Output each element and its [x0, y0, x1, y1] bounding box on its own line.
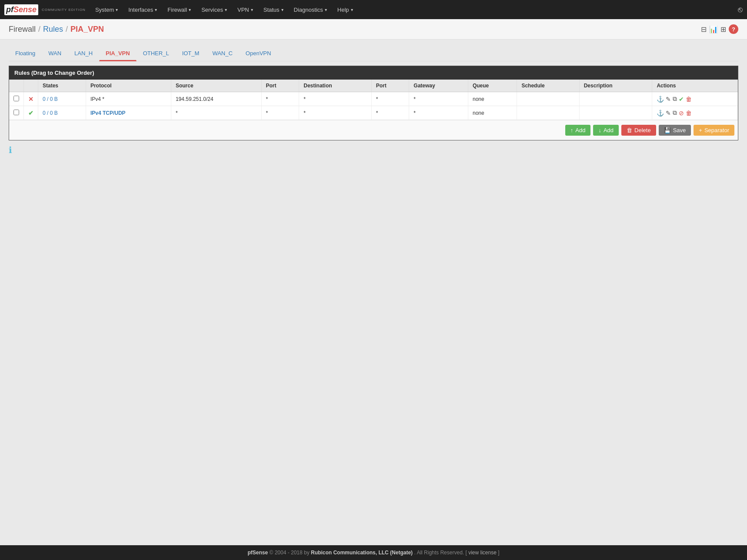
col-gateway: Gateway: [409, 80, 468, 92]
row1-toggle-icon[interactable]: ✔: [679, 96, 684, 103]
table-icon[interactable]: ⊞: [720, 25, 726, 33]
nav-vpn[interactable]: VPN ▾: [232, 0, 258, 19]
tab-other-l[interactable]: OTHER_L: [137, 46, 176, 61]
tab-wan-c[interactable]: WAN_C: [206, 46, 239, 61]
rules-table: States Protocol Source Port Destination …: [9, 80, 738, 120]
breadcrumb-sep1: /: [38, 25, 40, 34]
row1-delete-icon[interactable]: 🗑: [686, 96, 692, 103]
breadcrumb-firewall: Firewall: [9, 25, 36, 34]
nav-status[interactable]: Status ▾: [258, 0, 289, 19]
tab-pia-vpn[interactable]: PIA_VPN: [99, 46, 137, 61]
rules-table-title: Rules (Drag to Change Order): [9, 66, 738, 80]
status-caret: ▾: [281, 7, 283, 12]
col-checkbox: [9, 80, 24, 92]
add-up-button[interactable]: ↑ Add: [565, 125, 591, 136]
row1-anchor-icon[interactable]: ⚓: [657, 96, 664, 103]
row2-protocol: IPv4 TCP/UDP: [86, 106, 171, 120]
nav-right: ⎋: [738, 5, 743, 14]
tab-openvpn[interactable]: OpenVPN: [239, 46, 278, 61]
row2-checkbox-cell: [9, 106, 24, 120]
breadcrumb-current: PIA_VPN: [70, 25, 104, 34]
tab-wan[interactable]: WAN: [42, 46, 68, 61]
separator-button[interactable]: + Separator: [694, 125, 734, 136]
breadcrumb-sep2: /: [66, 25, 68, 34]
page-header: Firewall / Rules / PIA_VPN ⊟ 📊 ⊞ ?: [0, 19, 747, 40]
footer-license-link[interactable]: view license: [468, 550, 497, 556]
row2-source: *: [171, 106, 261, 120]
navbar: pfSense COMMUNITY EDITION System ▾ Inter…: [0, 0, 747, 19]
row2-schedule: [517, 106, 579, 120]
tab-floating[interactable]: Floating: [9, 46, 42, 61]
diagnostics-caret: ▾: [325, 7, 327, 12]
help-icon[interactable]: ?: [729, 24, 738, 34]
row1-schedule: [517, 92, 579, 106]
breadcrumb-rules[interactable]: Rules: [43, 25, 63, 34]
footer-pfsense: pfSense: [247, 550, 268, 556]
footer-close: ]: [498, 550, 499, 556]
services-caret: ▾: [225, 7, 227, 12]
footer-company: Rubicon Communications, LLC (Netgate): [311, 550, 413, 556]
pfsense-logo: pfSense: [4, 4, 38, 15]
row2-edit-icon[interactable]: ✎: [666, 110, 671, 117]
breadcrumb: Firewall / Rules / PIA_VPN: [9, 25, 104, 34]
nav-interfaces[interactable]: Interfaces ▾: [123, 0, 162, 19]
brand: pfSense COMMUNITY EDITION: [4, 4, 86, 15]
col-queue: Queue: [468, 80, 517, 92]
nav-system[interactable]: System ▾: [90, 0, 123, 19]
delete-trash-icon: 🗑: [627, 127, 632, 133]
row1-checkbox[interactable]: [13, 96, 19, 101]
row1-actions: ⚓ ✎ ⧉ ✔ 🗑: [652, 92, 738, 106]
col-states: States: [38, 80, 86, 92]
button-row: ↑ Add ↓ Add 🗑 Delete 💾 Save + Separator: [9, 120, 738, 140]
row1-states: 0 / 0 B: [38, 92, 86, 106]
row1-port-src: *: [261, 92, 299, 106]
row1-port-dst: *: [371, 92, 409, 106]
row2-port-src: *: [261, 106, 299, 120]
row1-disabled-icon: ✕: [28, 96, 33, 103]
nav-services[interactable]: Services ▾: [196, 0, 232, 19]
row2-port-dst: *: [371, 106, 409, 120]
chart-icon[interactable]: 📊: [709, 25, 718, 33]
save-button[interactable]: 💾 Save: [659, 125, 691, 136]
table-row: ✔ 0 / 0 B IPv4 TCP/UDP * * *: [9, 106, 738, 120]
row2-copy-icon[interactable]: ⧉: [673, 109, 677, 117]
tab-lan-h[interactable]: LAN_H: [68, 46, 99, 61]
row1-status-cell: ✕: [24, 92, 38, 106]
table-row: ✕ 0 / 0 B IPv4 * 194.59.251.0/24 *: [9, 92, 738, 106]
col-port-dst: Port: [371, 80, 409, 92]
tab-iot-m[interactable]: IOT_M: [176, 46, 206, 61]
row1-gateway: *: [409, 92, 468, 106]
row1-edit-icon[interactable]: ✎: [666, 96, 671, 103]
interfaces-caret: ▾: [155, 7, 157, 12]
nav-firewall[interactable]: Firewall ▾: [162, 0, 196, 19]
save-disk-icon: 💾: [664, 127, 671, 133]
row2-status-cell: ✔: [24, 106, 38, 120]
vpn-caret: ▾: [251, 7, 253, 12]
sliders-icon[interactable]: ⊟: [701, 25, 707, 33]
logout-icon[interactable]: ⎋: [738, 5, 743, 14]
row2-destination: *: [299, 106, 371, 120]
row2-states-link[interactable]: 0 / 0 B: [43, 110, 58, 116]
row2-enabled-icon: ✔: [28, 110, 33, 117]
header-icons: ⊟ 📊 ⊞ ?: [701, 24, 738, 34]
delete-button[interactable]: 🗑 Delete: [621, 125, 656, 136]
col-protocol: Protocol: [86, 80, 171, 92]
footer-copy: © 2004 - 2018 by: [269, 550, 309, 556]
row2-anchor-icon[interactable]: ⚓: [657, 110, 664, 117]
nav-diagnostics[interactable]: Diagnostics ▾: [289, 0, 332, 19]
row2-disable-icon[interactable]: ⊘: [679, 110, 684, 117]
row1-checkbox-cell: [9, 92, 24, 106]
row2-description: [579, 106, 652, 120]
logo-text: pfSense: [6, 5, 37, 14]
info-icon[interactable]: ℹ: [9, 145, 738, 155]
rules-section: Rules (Drag to Change Order) States Prot…: [9, 66, 738, 140]
col-destination: Destination: [299, 80, 371, 92]
col-actions: Actions: [652, 80, 738, 92]
row2-checkbox[interactable]: [13, 110, 19, 115]
row2-delete-icon[interactable]: 🗑: [686, 110, 692, 117]
col-port-src: Port: [261, 80, 299, 92]
nav-help[interactable]: Help ▾: [332, 0, 358, 19]
row1-states-link[interactable]: 0 / 0 B: [43, 96, 58, 102]
row1-copy-icon[interactable]: ⧉: [673, 95, 677, 103]
add-down-button[interactable]: ↓ Add: [593, 125, 619, 136]
